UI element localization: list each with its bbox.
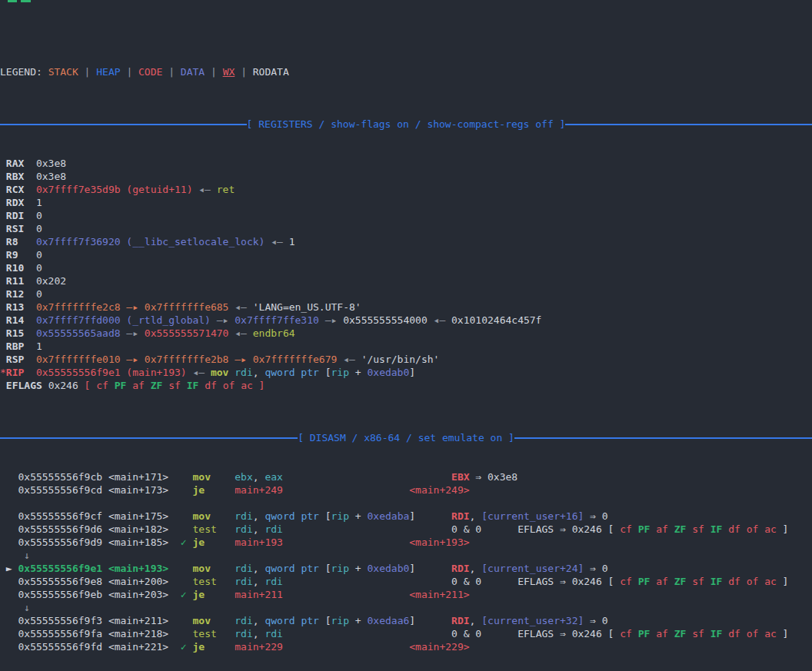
text-segment: [: [319, 563, 331, 574]
text-segment: 0: [602, 615, 608, 626]
text-segment: [722, 628, 728, 639]
text-segment: [0, 301, 6, 313]
previous-output-fragment: [8, 0, 17, 2]
text-segment: 0x55555556f9d6: [18, 523, 102, 535]
section-divider-line: [0, 124, 247, 125]
text-segment: ►: [6, 563, 12, 574]
text-segment: 0x3e8: [36, 171, 66, 182]
text-segment: ⇒: [584, 510, 601, 522]
text-segment: ]: [409, 510, 415, 522]
text-segment: R9: [6, 249, 18, 261]
text-segment: je: [192, 484, 205, 496]
register-row-rbp: RBP 1: [0, 340, 812, 353]
text-segment: HEAP: [96, 66, 120, 78]
text-segment: [283, 471, 451, 483]
text-segment: —▸: [211, 314, 235, 326]
text-segment: rdi: [235, 367, 252, 378]
text-segment: rip: [331, 367, 349, 378]
text-segment: [686, 523, 692, 535]
text-segment: 0x55555556f9e1: [18, 563, 102, 574]
text-segment: [0, 262, 6, 274]
text-segment: eax: [265, 471, 282, 483]
text-segment: test: [192, 576, 216, 587]
text-segment: ,: [253, 523, 265, 535]
text-segment: rdi: [235, 563, 252, 574]
text-segment: ebx: [235, 471, 252, 483]
text-segment: IF: [187, 380, 199, 391]
text-segment: ⇒: [470, 471, 488, 483]
text-segment: RIP: [6, 367, 24, 378]
text-segment: ✓: [181, 589, 187, 600]
text-segment: <main+200>: [108, 576, 168, 587]
text-segment: ◂—: [187, 367, 211, 378]
text-segment: <main+218>: [108, 628, 168, 639]
text-segment: ⇒: [584, 563, 601, 574]
text-segment: [415, 563, 451, 574]
text-segment: <main+182>: [108, 523, 168, 535]
text-segment: R13: [6, 301, 24, 313]
section-divider-line: [565, 124, 812, 125]
text-segment: ⇒: [554, 576, 571, 587]
text-segment: [24, 197, 36, 208]
text-segment: EFLAGS: [517, 576, 554, 587]
text-segment: [102, 641, 108, 653]
text-segment: [283, 536, 409, 548]
text-segment: [24, 171, 36, 182]
text-segment: EBX: [451, 471, 469, 483]
registers-panel: RAX 0x3e8 RBX 0x3e8 RCX 0x7ffff7e35d9b (…: [0, 157, 812, 392]
text-segment: [0, 563, 6, 574]
text-segment: RDI: [6, 210, 24, 221]
text-segment: IF: [710, 576, 723, 587]
text-segment: [0, 615, 18, 626]
text-segment: je: [192, 589, 205, 600]
text-segment: qword ptr: [265, 367, 318, 378]
text-segment: [0, 158, 6, 169]
text-segment: [0, 340, 6, 352]
text-segment: 0x246: [572, 576, 602, 587]
text-segment: <main+175>: [108, 510, 168, 522]
disasm-row-main-218: 0x55555556f9fa <main+218> test rdi, rdi …: [0, 627, 812, 640]
text-segment: main+249: [235, 484, 283, 496]
register-row-r8: R8 0x7ffff7f36920 (__libc_setlocale_lock…: [0, 235, 812, 248]
text-segment: df: [728, 523, 740, 535]
text-segment: 0x55555556f9fa: [18, 628, 102, 639]
text-segment: [205, 589, 235, 600]
text-segment: R12: [6, 288, 24, 300]
text-segment: [235, 66, 241, 78]
text-segment: [0, 354, 6, 365]
text-segment: <main+221>: [108, 641, 168, 653]
text-segment: ,: [470, 563, 482, 574]
text-segment: [: [319, 510, 331, 522]
text-segment: ret: [217, 184, 235, 195]
text-segment: [217, 576, 235, 587]
disasm-row-main-185: 0x55555556f9d9 <main+185> ✓ je main+193 …: [0, 536, 812, 549]
text-segment: —▸: [319, 314, 343, 326]
text-segment: [740, 576, 747, 587]
register-row-r13: R13 0x7fffffffe2c8 —▸ 0x7fffffffe685 ◂— …: [0, 301, 812, 314]
text-segment: ◂—: [337, 354, 361, 365]
text-segment: RSI: [6, 223, 24, 234]
text-segment: qword ptr: [265, 563, 318, 574]
text-segment: ]: [259, 380, 265, 391]
text-segment: [24, 210, 36, 221]
disasm-row-main-171: 0x55555556f9cb <main+171> mov ebx, eax E…: [0, 470, 812, 483]
text-segment: ◂—: [192, 184, 216, 195]
text-segment: 0x555555554000: [343, 314, 428, 326]
text-segment: 0: [36, 223, 42, 234]
text-segment: of: [747, 628, 759, 639]
register-row-rcx: RCX 0x7ffff7e35d9b (getuid+11) ◂— ret: [0, 183, 812, 196]
text-segment: ZF: [674, 576, 687, 587]
text-segment: RSP: [6, 354, 24, 365]
text-segment: [0, 380, 6, 391]
text-segment: 1: [289, 236, 295, 247]
text-segment: sf: [692, 576, 704, 587]
text-segment: 0x55555556f9cd: [18, 484, 102, 496]
text-segment: |: [241, 66, 247, 78]
text-segment: [0, 523, 18, 535]
legend: LEGEND: STACK | HEAP | CODE | DATA | WX …: [0, 65, 812, 78]
text-segment: [0, 197, 6, 208]
text-segment: [102, 563, 108, 574]
text-segment: [0, 223, 6, 234]
disasm-row-main-211: 0x55555556f9f3 <main+211> mov rdi, qword…: [0, 614, 812, 627]
text-segment: mov: [192, 471, 210, 483]
